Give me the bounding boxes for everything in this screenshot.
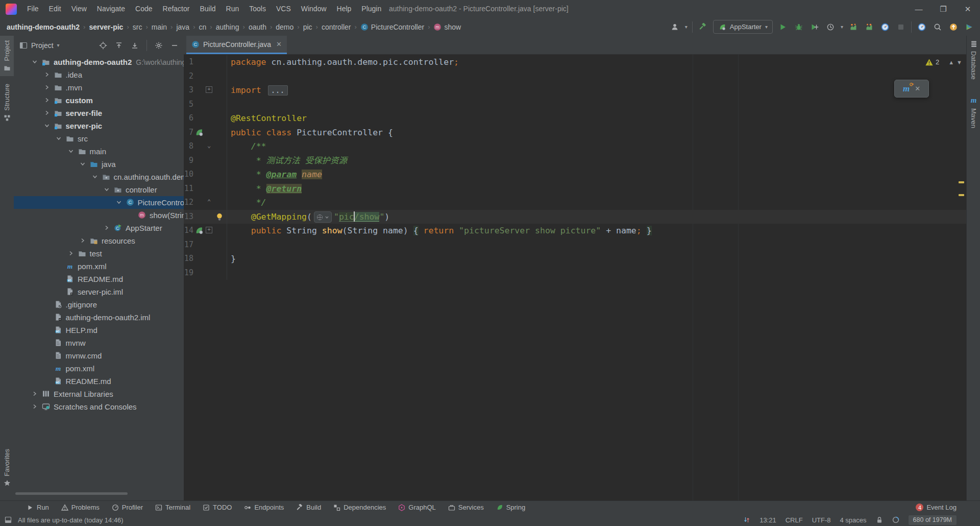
run-configuration-select[interactable]: AppStarter ▾ bbox=[713, 20, 773, 34]
memory-indicator[interactable]: 680 of 1979M bbox=[909, 515, 957, 525]
chevron-down-icon[interactable] bbox=[31, 58, 38, 65]
chevron-down-icon[interactable] bbox=[103, 186, 110, 193]
menu-navigate[interactable]: Navigate bbox=[92, 0, 130, 18]
tree-row-help-md[interactable]: MDHELP.md bbox=[14, 324, 184, 337]
breadcrumb-item-java[interactable]: java bbox=[176, 23, 190, 31]
run-button[interactable] bbox=[777, 21, 789, 33]
tree-row-show-string-stri[interactable]: mshow(String):Stri bbox=[14, 209, 184, 222]
toolwindow-button-graphql[interactable]: GraphQL bbox=[392, 501, 442, 514]
chevron-right-icon[interactable] bbox=[43, 84, 51, 91]
code-line-17[interactable]: 17 bbox=[184, 238, 966, 252]
tree-row-java[interactable]: java bbox=[14, 158, 184, 171]
code-line-2[interactable]: 2 bbox=[184, 69, 966, 84]
toolwindow-button-spring[interactable]: Spring bbox=[490, 501, 532, 514]
locate-file-icon[interactable] bbox=[99, 41, 107, 50]
minimize-button[interactable]: — bbox=[906, 0, 931, 18]
close-icon[interactable]: ✕ bbox=[915, 85, 920, 92]
chevron-right-icon[interactable] bbox=[67, 250, 75, 257]
menu-tools[interactable]: Tools bbox=[244, 0, 271, 18]
update-icon[interactable] bbox=[948, 21, 959, 33]
tree-row-external-libraries[interactable]: External Libraries bbox=[14, 388, 184, 400]
tree-row-cn-authing-oauth-demo-pi[interactable]: cn.authing.oauth.demo.pi bbox=[14, 171, 184, 183]
chevron-down-icon[interactable] bbox=[43, 122, 51, 129]
chevron-down-icon[interactable] bbox=[115, 199, 122, 206]
warning-stripe-mark[interactable] bbox=[959, 181, 964, 183]
chevron-right-icon[interactable] bbox=[31, 403, 38, 410]
tree-row-authing-demo-oauth2[interactable]: authing-demo-oauth2G:\work\authingw bbox=[14, 56, 184, 68]
maven-reload-icon[interactable]: m⟳ bbox=[903, 84, 910, 94]
chevron-right-icon[interactable] bbox=[43, 97, 51, 104]
breadcrumb-item-controller[interactable]: controller bbox=[321, 23, 352, 31]
menu-view[interactable]: View bbox=[66, 0, 92, 18]
breadcrumb-item-src[interactable]: src bbox=[132, 23, 143, 31]
fold-marker-icon[interactable]: ⌄ bbox=[206, 142, 212, 149]
chevron-right-icon[interactable] bbox=[31, 390, 38, 397]
toolwindow-tab-project[interactable]: Project bbox=[0, 36, 14, 76]
chevron-right-icon[interactable] bbox=[43, 109, 51, 116]
menu-edit[interactable]: Edit bbox=[44, 0, 66, 18]
code-line-5[interactable]: 5 bbox=[184, 98, 966, 112]
toolwindow-button-todo[interactable]: TODO bbox=[197, 501, 238, 514]
fold-marker-icon[interactable]: + bbox=[206, 86, 212, 93]
intellij-profiler-icon[interactable] bbox=[879, 21, 891, 33]
toolwindow-tab-structure[interactable]: Structure bbox=[0, 79, 14, 126]
tree-row-pom-xml[interactable]: mpom.xml bbox=[14, 362, 184, 375]
spring-bean-icon[interactable] bbox=[195, 128, 203, 136]
tree-row-server-pic[interactable]: server-pic bbox=[14, 119, 184, 132]
tree-row-picturecontroller[interactable]: CPictureController bbox=[14, 196, 184, 209]
code-line-1[interactable]: 1package cn.authing.oauth.demo.pic.contr… bbox=[184, 55, 966, 69]
breadcrumb-item-authing-demo-oauth2[interactable]: authing-demo-oauth2 bbox=[6, 23, 80, 31]
intention-bulb-icon[interactable] bbox=[215, 212, 224, 221]
code-line-7[interactable]: 7public class PictureController { bbox=[184, 126, 966, 140]
toolwindow-button-dependencies[interactable]: Dependencies bbox=[327, 501, 392, 514]
breadcrumb-item-picturecontroller[interactable]: CPictureController bbox=[360, 23, 425, 31]
breadcrumb-item-pic[interactable]: pic bbox=[303, 23, 313, 31]
chevron-down-icon[interactable] bbox=[91, 173, 99, 180]
menu-code[interactable]: Code bbox=[130, 0, 157, 18]
close-icon[interactable]: ✕ bbox=[276, 40, 282, 48]
caret-position[interactable]: 13:21 bbox=[760, 516, 776, 524]
next-problem-icon[interactable]: ▼ bbox=[957, 59, 962, 65]
build-hammer-icon[interactable] bbox=[697, 21, 708, 33]
search-everywhere-icon[interactable] bbox=[932, 21, 943, 33]
menu-vcs[interactable]: VCS bbox=[271, 0, 296, 18]
toolwindow-tab-maven[interactable]: m Maven bbox=[967, 91, 980, 133]
breadcrumb-item-demo[interactable]: demo bbox=[275, 23, 294, 31]
tree-row-custom[interactable]: custom bbox=[14, 94, 184, 107]
tree-row-pom-xml[interactable]: mpom.xml bbox=[14, 260, 184, 273]
url-inlay-hint[interactable] bbox=[314, 211, 332, 223]
code-line-3[interactable]: 3+import ... bbox=[184, 83, 966, 98]
tree-row-main[interactable]: main bbox=[14, 145, 184, 158]
code-editor[interactable]: 1package cn.authing.oauth.demo.pic.contr… bbox=[184, 54, 966, 500]
warning-stripe-mark[interactable] bbox=[959, 194, 964, 196]
tree-row--idea[interactable]: .idea bbox=[14, 68, 184, 81]
code-line-12[interactable]: 12⌃ */ bbox=[184, 196, 966, 210]
async-profiler-cpu-icon[interactable] bbox=[848, 21, 859, 33]
debug-button[interactable] bbox=[793, 21, 804, 33]
background-tasks-icon[interactable] bbox=[892, 516, 899, 523]
tree-row-test[interactable]: test bbox=[14, 247, 184, 260]
chevron-down-icon[interactable] bbox=[55, 135, 62, 142]
chevron-down-icon[interactable]: ▾ bbox=[57, 42, 60, 48]
breadcrumb-item-show[interactable]: mshow bbox=[433, 23, 461, 31]
tree-row-scratches-and-consoles[interactable]: Scratches and Consoles bbox=[14, 400, 184, 413]
maximize-button[interactable]: ❐ bbox=[931, 0, 955, 18]
horizontal-scrollbar[interactable] bbox=[15, 492, 128, 495]
toolwindow-button-services[interactable]: Services bbox=[442, 501, 490, 514]
chevron-right-icon[interactable] bbox=[79, 237, 86, 244]
fold-marker-icon[interactable]: + bbox=[206, 227, 212, 233]
fold-marker-icon[interactable]: ⌃ bbox=[206, 199, 212, 205]
toolwindow-toggle-icon[interactable] bbox=[5, 516, 12, 523]
toolwindow-tab-database[interactable]: Database bbox=[967, 36, 980, 84]
tree-row-resources[interactable]: resources bbox=[14, 234, 184, 247]
toolwindow-button-run[interactable]: Run bbox=[20, 501, 55, 514]
vcs-update-icon[interactable] bbox=[743, 516, 750, 523]
tree-row-appstarter[interactable]: CAppStarter bbox=[14, 222, 184, 234]
chevron-down-icon[interactable] bbox=[79, 160, 86, 168]
coverage-button[interactable] bbox=[809, 21, 820, 33]
toolwindow-button-terminal[interactable]: Terminal bbox=[149, 501, 197, 514]
learn-ide-icon[interactable] bbox=[964, 21, 975, 33]
code-line-8[interactable]: 8⌄ /** bbox=[184, 139, 966, 154]
menu-help[interactable]: Help bbox=[332, 0, 357, 18]
breadcrumb-item-oauth[interactable]: oauth bbox=[248, 23, 267, 31]
